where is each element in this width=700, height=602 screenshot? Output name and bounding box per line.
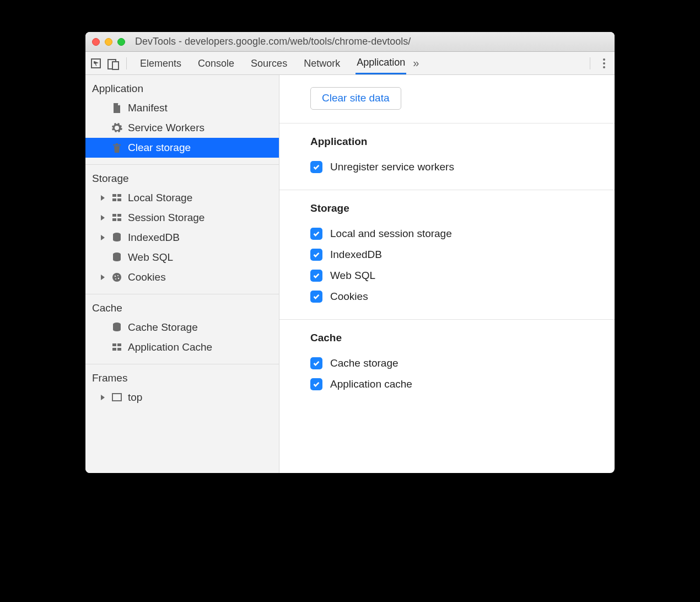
window-controls xyxy=(92,38,125,46)
option-web-sql[interactable]: Web SQL xyxy=(310,265,615,286)
expand-triangle-icon[interactable] xyxy=(101,395,105,400)
sidebar-item-service-workers[interactable]: Service Workers xyxy=(85,118,279,138)
grid-icon xyxy=(111,212,122,223)
option-local-and-session-storage[interactable]: Local and session storage xyxy=(310,223,615,244)
database-icon xyxy=(111,322,122,333)
tab-console[interactable]: Console xyxy=(197,53,235,74)
sidebar-item-label: Local Storage xyxy=(128,192,192,204)
database-icon xyxy=(111,252,122,263)
checkbox-label: Unregister service workers xyxy=(330,161,454,173)
option-cookies[interactable]: Cookies xyxy=(310,286,615,307)
tab-network[interactable]: Network xyxy=(303,53,341,74)
section-heading-application: Application xyxy=(310,136,615,148)
sidebar-item-label: Cookies xyxy=(128,271,166,283)
sidebar-item-cookies[interactable]: Cookies xyxy=(85,267,279,287)
section-heading-storage: Storage xyxy=(310,202,615,214)
sidebar-item-clear-storage[interactable]: Clear storage xyxy=(85,138,279,158)
expand-triangle-icon[interactable] xyxy=(101,235,105,240)
tab-elements[interactable]: Elements xyxy=(139,53,182,74)
sidebar-item-label: Clear storage xyxy=(128,142,191,154)
section-heading-cache: Cache xyxy=(310,332,615,344)
overflow-tabs-icon[interactable]: » xyxy=(413,57,419,69)
sidebar-group-application: Application xyxy=(85,80,279,98)
clear-storage-panel: Clear site dataApplicationUnregister ser… xyxy=(279,75,615,473)
frame-icon xyxy=(111,392,122,403)
sidebar-item-web-sql[interactable]: Web SQL xyxy=(85,248,279,267)
checkbox-label: Web SQL xyxy=(330,270,375,282)
checkbox-label: Local and session storage xyxy=(330,228,452,240)
gear-icon xyxy=(111,122,122,133)
window-title: DevTools - developers.google.com/web/too… xyxy=(135,36,411,47)
sidebar-group-storage: Storage xyxy=(85,170,279,188)
devtools-toolbar: ElementsConsoleSourcesNetworkApplication… xyxy=(85,52,615,75)
minimize-window-button[interactable] xyxy=(105,38,112,46)
sidebar-item-cache-storage[interactable]: Cache Storage xyxy=(85,318,279,337)
application-sidebar: ApplicationManifestService WorkersClear … xyxy=(85,75,279,473)
sidebar-item-label: Session Storage xyxy=(128,212,204,224)
device-toolbar-icon[interactable] xyxy=(107,58,117,68)
option-cache-storage[interactable]: Cache storage xyxy=(310,353,615,374)
checkbox[interactable] xyxy=(310,249,322,261)
grid-icon xyxy=(111,342,122,353)
grid-icon xyxy=(111,192,122,203)
checkbox[interactable] xyxy=(310,357,322,369)
sidebar-group-frames: Frames xyxy=(85,370,279,388)
checkbox-label: Cache storage xyxy=(330,357,399,369)
checkbox-label: Cookies xyxy=(330,291,368,303)
database-icon xyxy=(111,232,122,243)
more-options-icon[interactable] xyxy=(599,58,609,68)
checkbox[interactable] xyxy=(310,161,322,173)
file-icon xyxy=(111,103,122,114)
expand-triangle-icon[interactable] xyxy=(101,275,105,280)
sidebar-item-indexeddb[interactable]: IndexedDB xyxy=(85,228,279,248)
sidebar-item-label: Web SQL xyxy=(128,251,173,264)
sidebar-item-label: Cache Storage xyxy=(128,321,198,334)
sidebar-item-label: Manifest xyxy=(128,102,168,114)
sidebar-item-application-cache[interactable]: Application Cache xyxy=(85,337,279,357)
trash-icon xyxy=(111,142,122,153)
sidebar-item-label: Service Workers xyxy=(128,122,204,134)
option-indexeddb[interactable]: IndexedDB xyxy=(310,244,615,265)
checkbox[interactable] xyxy=(310,270,322,282)
separator xyxy=(126,57,127,69)
checkbox[interactable] xyxy=(310,291,322,303)
sidebar-group-cache: Cache xyxy=(85,300,279,318)
clear-site-data-button[interactable]: Clear site data xyxy=(310,87,401,110)
checkbox[interactable] xyxy=(310,378,322,390)
sidebar-item-manifest[interactable]: Manifest xyxy=(85,98,279,118)
devtools-window: DevTools - developers.google.com/web/too… xyxy=(85,32,615,473)
sidebar-item-session-storage[interactable]: Session Storage xyxy=(85,208,279,228)
inspect-element-icon[interactable] xyxy=(91,58,101,68)
checkbox-label: IndexedDB xyxy=(330,249,382,261)
expand-triangle-icon[interactable] xyxy=(101,215,105,221)
close-window-button[interactable] xyxy=(92,38,100,46)
zoom-window-button[interactable] xyxy=(117,38,125,46)
sidebar-item-label: top xyxy=(128,391,142,404)
sidebar-item-label: Application Cache xyxy=(128,341,212,353)
titlebar: DevTools - developers.google.com/web/too… xyxy=(85,32,615,52)
separator xyxy=(590,57,590,69)
option-unregister-service-workers[interactable]: Unregister service workers xyxy=(310,157,615,178)
sidebar-item-local-storage[interactable]: Local Storage xyxy=(85,188,279,208)
tab-sources[interactable]: Sources xyxy=(250,53,288,74)
cookie-icon xyxy=(111,272,122,283)
sidebar-item-label: IndexedDB xyxy=(128,232,180,244)
option-application-cache[interactable]: Application cache xyxy=(310,374,615,395)
checkbox-label: Application cache xyxy=(330,378,412,390)
checkbox[interactable] xyxy=(310,228,322,240)
tab-application[interactable]: Application xyxy=(356,52,406,74)
sidebar-item-top[interactable]: top xyxy=(85,388,279,407)
expand-triangle-icon[interactable] xyxy=(101,195,105,201)
